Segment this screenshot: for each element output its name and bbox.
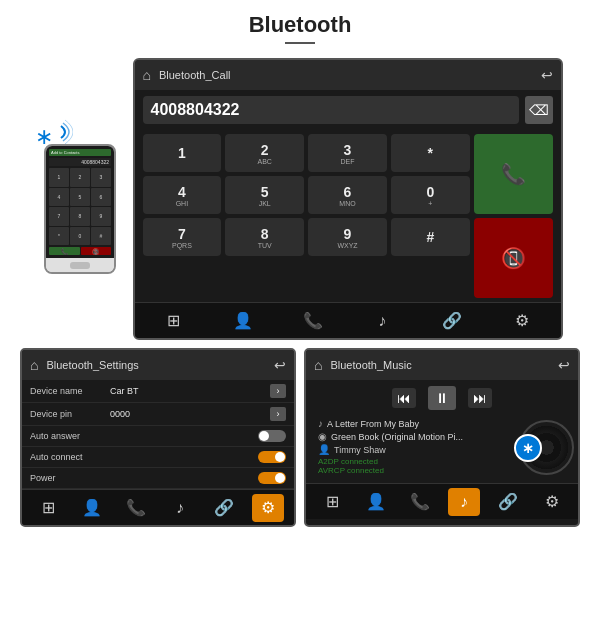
svg-text:∗: ∗ bbox=[35, 124, 53, 149]
song-icon: ♪ bbox=[318, 418, 323, 429]
car-screen-music: ⌂ Bluetooth_Music ↩ ⏮ ⏸ ⏭ ♪ A Letter Fro… bbox=[304, 348, 580, 527]
settings-nav-apps-icon[interactable]: ⊞ bbox=[32, 494, 64, 522]
power-knob bbox=[275, 473, 285, 483]
home-icon[interactable]: ⌂ bbox=[143, 67, 151, 83]
dial-key-0plus[interactable]: 0+ bbox=[391, 176, 470, 214]
phone-number-display: 4008804322 bbox=[49, 158, 111, 166]
power-label: Power bbox=[30, 473, 110, 483]
device-pin-arrow[interactable]: › bbox=[270, 407, 286, 421]
nav-contacts-icon[interactable]: 👤 bbox=[227, 307, 259, 335]
dialer-number: 4008804322 bbox=[143, 96, 519, 124]
settings-nav-settings-icon[interactable]: ⚙ bbox=[252, 494, 284, 522]
music-home-icon[interactable]: ⌂ bbox=[314, 357, 322, 373]
settings-row-auto-answer: Auto answer bbox=[22, 426, 294, 447]
prev-button[interactable]: ⏮ bbox=[392, 388, 416, 408]
phone-key-1[interactable]: 1 bbox=[49, 168, 69, 187]
car-screen-settings: ⌂ Bluetooth_Settings ↩ Device name Car B… bbox=[20, 348, 296, 527]
music-content: ♪ A Letter From My Baby ◉ Green Book (Or… bbox=[306, 416, 578, 483]
music-nav-link-icon[interactable]: 🔗 bbox=[492, 488, 524, 516]
dial-key-6[interactable]: 6MNO bbox=[308, 176, 387, 214]
music-nav-music-icon[interactable]: ♪ bbox=[448, 488, 480, 516]
album-row: ◉ Green Book (Original Motion Pi... bbox=[318, 431, 506, 442]
phone-key-8[interactable]: 8 bbox=[70, 207, 90, 226]
backspace-button[interactable]: ⌫ bbox=[525, 96, 553, 124]
power-toggle[interactable] bbox=[258, 472, 286, 484]
device-name-label: Device name bbox=[30, 386, 110, 396]
end-call-button[interactable]: 📵 bbox=[474, 218, 553, 298]
phone-key-4[interactable]: 4 bbox=[49, 188, 69, 207]
artist-row: 👤 Timmy Shaw bbox=[318, 444, 506, 455]
settings-screen-title: Bluetooth_Settings bbox=[46, 359, 266, 371]
settings-row-power: Power bbox=[22, 468, 294, 489]
phone-call-buttons: 📞 📵 bbox=[49, 247, 111, 255]
dial-key-2[interactable]: 2ABC bbox=[225, 134, 304, 172]
avrcp-status: AVRCP connected bbox=[318, 466, 506, 475]
auto-connect-toggle[interactable] bbox=[258, 451, 286, 463]
phone-key-7[interactable]: 7 bbox=[49, 207, 69, 226]
phone-mockup: ∗ Add to Contacts 4008804322 1 2 3 4 5 6 bbox=[38, 124, 123, 274]
play-pause-button[interactable]: ⏸ bbox=[428, 386, 456, 410]
nav-call-icon[interactable]: 📞 bbox=[297, 307, 329, 335]
phone-screen: Add to Contacts 4008804322 1 2 3 4 5 6 7… bbox=[46, 146, 114, 258]
music-nav-contacts-icon[interactable]: 👤 bbox=[360, 488, 392, 516]
phone-end-button[interactable]: 📵 bbox=[81, 247, 112, 255]
album-icon: ◉ bbox=[318, 431, 327, 442]
auto-answer-toggle[interactable] bbox=[258, 430, 286, 442]
call-button[interactable]: 📞 bbox=[474, 134, 553, 214]
phone-key-hash[interactable]: # bbox=[91, 227, 111, 246]
title-underline bbox=[285, 42, 315, 44]
device-name-arrow[interactable]: › bbox=[270, 384, 286, 398]
settings-row-auto-connect: Auto connect bbox=[22, 447, 294, 468]
dial-key-star[interactable]: * bbox=[391, 134, 470, 172]
album-name: Green Book (Original Motion Pi... bbox=[331, 432, 463, 442]
phone-key-5[interactable]: 5 bbox=[70, 188, 90, 207]
settings-nav-music-icon[interactable]: ♪ bbox=[164, 494, 196, 522]
nav-music-icon[interactable]: ♪ bbox=[366, 307, 398, 335]
device-name-value: Car BT bbox=[110, 386, 270, 396]
phone-dialpad: 1 2 3 4 5 6 7 8 9 * 0 # bbox=[49, 168, 111, 245]
music-back-icon[interactable]: ↩ bbox=[558, 357, 570, 373]
settings-row-device-name: Device name Car BT › bbox=[22, 380, 294, 403]
phone-home-button[interactable] bbox=[70, 262, 90, 269]
phone-key-2[interactable]: 2 bbox=[70, 168, 90, 187]
phone-key-star[interactable]: * bbox=[49, 227, 69, 246]
music-nav-call-icon[interactable]: 📞 bbox=[404, 488, 436, 516]
car-screen-call: ⌂ Bluetooth_Call ↩ 4008804322 ⌫ 1 2ABC 3 bbox=[133, 58, 563, 340]
vinyl-area: ∗ bbox=[514, 418, 574, 478]
phone-key-0[interactable]: 0 bbox=[70, 227, 90, 246]
nav-apps-icon[interactable]: ⊞ bbox=[157, 307, 189, 335]
settings-row-device-pin: Device pin 0000 › bbox=[22, 403, 294, 426]
phone-key-6[interactable]: 6 bbox=[91, 188, 111, 207]
artist-name: Timmy Shaw bbox=[334, 445, 386, 455]
dial-key-9[interactable]: 9WXYZ bbox=[308, 218, 387, 256]
settings-nav-link-icon[interactable]: 🔗 bbox=[208, 494, 240, 522]
auto-connect-label: Auto connect bbox=[30, 452, 110, 462]
phone-call-button[interactable]: 📞 bbox=[49, 247, 80, 255]
settings-nav-call-icon[interactable]: 📞 bbox=[120, 494, 152, 522]
call-screen-title: Bluetooth_Call bbox=[159, 69, 533, 81]
dial-key-1[interactable]: 1 bbox=[143, 134, 222, 172]
dial-key-5[interactable]: 5JKL bbox=[225, 176, 304, 214]
call-topbar: ⌂ Bluetooth_Call ↩ bbox=[135, 60, 561, 90]
dial-key-4[interactable]: 4GHI bbox=[143, 176, 222, 214]
dial-key-hash[interactable]: # bbox=[391, 218, 470, 256]
phone-device: Add to Contacts 4008804322 1 2 3 4 5 6 7… bbox=[44, 144, 116, 274]
back-icon[interactable]: ↩ bbox=[541, 67, 553, 83]
phone-key-9[interactable]: 9 bbox=[91, 207, 111, 226]
music-topbar: ⌂ Bluetooth_Music ↩ bbox=[306, 350, 578, 380]
auto-answer-knob bbox=[259, 431, 269, 441]
nav-settings-icon[interactable]: ⚙ bbox=[506, 307, 538, 335]
auto-answer-label: Auto answer bbox=[30, 431, 110, 441]
dial-key-8[interactable]: 8TUV bbox=[225, 218, 304, 256]
settings-nav-contacts-icon[interactable]: 👤 bbox=[76, 494, 108, 522]
nav-link-icon[interactable]: 🔗 bbox=[436, 307, 468, 335]
dial-key-3[interactable]: 3DEF bbox=[308, 134, 387, 172]
settings-home-icon[interactable]: ⌂ bbox=[30, 357, 38, 373]
dial-key-7[interactable]: 7PQRS bbox=[143, 218, 222, 256]
phone-key-3[interactable]: 3 bbox=[91, 168, 111, 187]
music-nav-apps-icon[interactable]: ⊞ bbox=[316, 488, 348, 516]
music-screen-title: Bluetooth_Music bbox=[330, 359, 550, 371]
next-button[interactable]: ⏭ bbox=[468, 388, 492, 408]
music-nav-settings-icon[interactable]: ⚙ bbox=[536, 488, 568, 516]
settings-back-icon[interactable]: ↩ bbox=[274, 357, 286, 373]
